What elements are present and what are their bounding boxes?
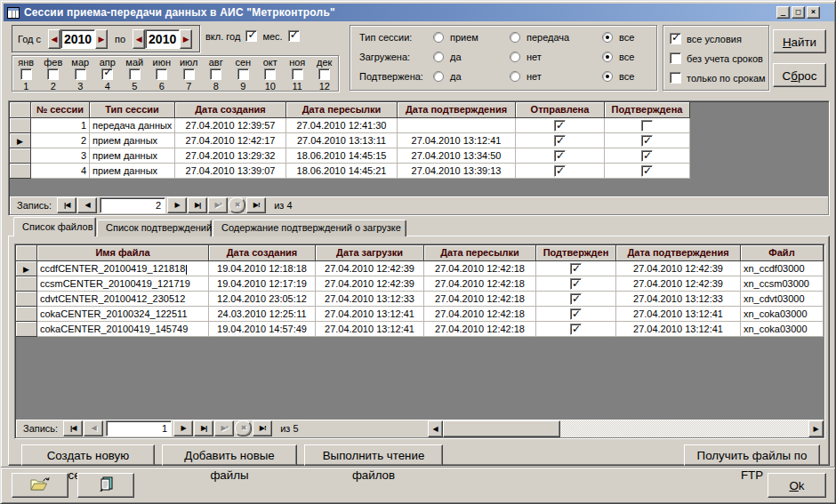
cell[interactable]: 27.04.2010 12:42:39 [616,261,741,276]
condition-checkbox[interactable] [670,52,681,64]
column-header[interactable]: Дата создания [209,245,316,261]
radio-button[interactable] [433,71,444,82]
cell[interactable]: 27.04.2010 12:42:17 [175,133,286,148]
row-selector[interactable]: ▶ [16,261,37,276]
include-option-checkbox[interactable] [288,30,300,42]
cell[interactable]: 27.04.2010 12:42:18 [424,307,536,322]
journal-button[interactable] [77,473,134,498]
cell[interactable]: 27.04.2010 12:42:39 [616,276,741,292]
create-session-button[interactable]: Создать новую сессию [21,444,155,466]
cell[interactable]: 27.04.2010 12:42:39 [316,276,424,292]
cell[interactable]: 19.04.2010 12:18:18 [209,261,316,276]
cell-checkbox[interactable] [641,135,653,147]
get-files-ftp-button[interactable]: Получить файлы по FTP [684,444,820,466]
cell[interactable] [605,164,690,179]
cell[interactable]: передача данных [90,118,175,133]
row-selector[interactable] [16,322,37,337]
cell[interactable]: 27.04.2010 13:12:33 [616,292,741,307]
column-header[interactable]: Дата пересылки [424,245,536,261]
column-header[interactable]: Имя файла [37,245,209,261]
cell[interactable]: 27.04.2010 12:42:18 [424,322,536,337]
row-selector[interactable] [16,292,37,307]
cell[interactable] [605,148,690,164]
nav-first-icon[interactable]: |◀ [63,420,83,436]
maximize-icon[interactable]: □ [792,6,805,19]
scrollbar-thumb[interactable] [443,420,560,437]
cell[interactable]: 27.04.2010 13:12:41 [616,307,741,322]
year-to-value[interactable]: 2010 [145,29,180,49]
cell[interactable] [536,322,616,337]
radio-button[interactable] [510,71,520,82]
cell[interactable]: 27.04.2010 12:41:30 [286,118,398,133]
cell-checkbox[interactable] [554,120,566,132]
cell-checkbox[interactable] [641,150,653,162]
month-checkbox[interactable] [20,68,32,80]
radio-button[interactable] [602,71,613,82]
table-row[interactable]: cokaCENTER_20100324_12251124.03.2010 12:… [16,307,824,322]
cell[interactable]: 27.04.2010 13:12:41 [398,133,516,148]
cell[interactable] [516,118,605,133]
cell[interactable]: xn_ccdf03000 [741,261,824,276]
column-header[interactable]: № сессии [31,102,90,118]
titlebar[interactable]: Сессии приема-передачи данных в АИС "Мет… [4,4,834,21]
nav-goto-last-icon[interactable]: ▶! [253,420,272,436]
cell[interactable] [605,133,690,148]
cell[interactable]: 27.04.2010 13:39:07 [175,164,286,179]
cell[interactable]: xn_coka03000 [741,322,824,337]
column-header[interactable]: Дата загрузки [316,245,424,261]
find-button[interactable]: Найти [773,29,826,53]
scroll-right-icon[interactable]: ▶ [808,420,824,437]
table-row[interactable]: 3прием данных27.04.2010 13:29:3218.06.20… [10,148,828,164]
cell[interactable]: 27.04.2010 13:29:32 [175,148,286,164]
condition-checkbox[interactable] [670,72,681,84]
cell[interactable]: 2 [31,133,90,148]
cell[interactable]: 4 [31,164,90,179]
column-header[interactable]: Дата подтверждения [616,245,741,261]
cell-checkbox[interactable] [570,278,582,290]
cell[interactable]: cokaCENTER_20100324_122511 [37,307,209,322]
nav-goto-last-icon[interactable]: ▶! [246,197,266,213]
nav-next-icon[interactable]: ▶ [173,420,193,436]
cell-checkbox[interactable] [554,135,566,147]
nav-last-icon[interactable]: ▶| [194,420,213,436]
table-row[interactable]: ▶2прием данных27.04.2010 12:42:1727.04.2… [10,133,828,148]
table-row[interactable]: ▶ccdfCENTER_20100419_12181819.04.2010 12… [16,261,824,276]
record-number-input[interactable]: 2 [100,197,165,213]
cell[interactable]: 27.04.2010 13:12:33 [316,292,424,307]
month-checkbox[interactable] [264,68,276,80]
cell[interactable] [536,276,616,292]
month-checkbox[interactable] [75,68,86,80]
cell[interactable]: прием данных [90,148,175,164]
cell[interactable]: 27.04.2010 13:34:50 [398,148,516,164]
cell[interactable]: 27.04.2010 12:42:18 [424,292,536,307]
column-header[interactable]: Отправлена [516,102,605,118]
column-header[interactable]: Подтверждена [605,102,690,118]
month-checkbox[interactable] [292,68,303,80]
row-selector[interactable] [16,276,37,292]
cell[interactable]: 27.04.2010 13:39:13 [398,164,516,179]
minimize-icon[interactable]: _ [776,6,790,19]
cell[interactable]: 27.04.2010 12:42:18 [424,276,536,292]
year-from-value[interactable]: 2010 [60,29,95,49]
month-checkbox[interactable] [318,68,330,80]
row-selector[interactable]: ▶ [10,133,31,148]
row-selector[interactable] [16,307,37,322]
cell[interactable]: 12.04.2010 23:05:12 [209,292,316,307]
radio-button[interactable] [602,32,613,43]
row-selector[interactable] [10,118,31,133]
ok-button[interactable]: Ok [768,473,826,498]
month-checkbox[interactable] [47,68,59,80]
reset-button[interactable]: Сброс [773,63,826,87]
cell[interactable] [605,118,690,133]
include-option-checkbox[interactable] [245,30,257,42]
column-header[interactable]: Тип сессии [90,102,175,118]
tab-confirmations-list[interactable]: Список подтверждений [97,220,212,236]
cell-checkbox[interactable] [641,165,653,177]
cell[interactable]: ccsmCENTER_20100419_121719 [37,276,209,292]
year-to-increment-icon[interactable]: ▶ [180,29,192,49]
cell[interactable]: 19.04.2010 12:17:19 [209,276,316,292]
nav-prev-icon[interactable]: ◀ [77,197,97,213]
scrollbar-track[interactable] [560,420,808,437]
cell[interactable]: ccdfCENTER_20100419_121818 [37,261,209,276]
read-files-button[interactable]: Выполнить чтение файлов [304,444,443,466]
